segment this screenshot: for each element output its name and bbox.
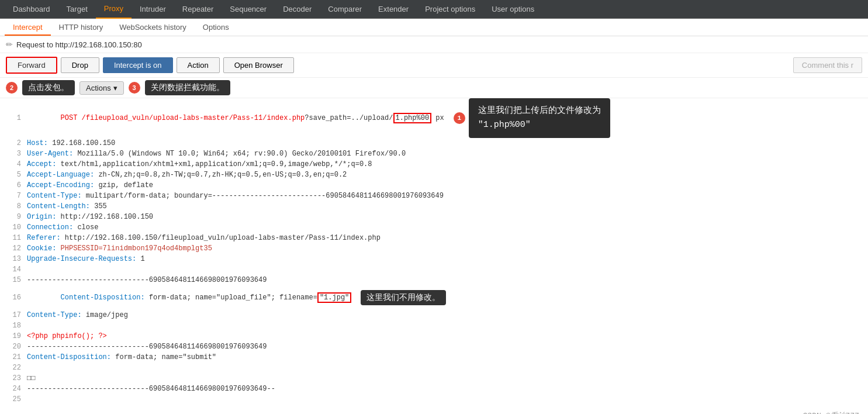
code-line-12: 12 Cookie: PHPSESSID=7linidmbon197q4od4b…	[0, 243, 868, 254]
nav-extender[interactable]: Extender	[370, 0, 417, 19]
actions-overlay-bar: 2 点击发包。 Actions ▾ 3 关闭数据拦截功能。	[0, 78, 868, 98]
tab-websockets-history[interactable]: WebSockets history	[111, 19, 195, 36]
nav-user-options[interactable]: User options	[483, 0, 542, 19]
tab-http-history[interactable]: HTTP history	[51, 19, 112, 36]
comment-button[interactable]: Comment this r	[793, 57, 862, 73]
action-button[interactable]: Action	[177, 57, 220, 73]
nav-sequencer[interactable]: Sequencer	[222, 0, 275, 19]
code-area[interactable]: 1 POST /fileupload_vuln/upload-labs-mast…	[0, 98, 868, 414]
tab-options[interactable]: Options	[195, 19, 237, 36]
tooltip-no-modify: 这里我们不用修改。	[361, 290, 446, 305]
code-line-4: 4 Accept: text/html,application/xhtml+xm…	[0, 159, 868, 170]
tooltip-rename-file: 这里我们把上传后的文件修改为 "1.php%00"	[469, 98, 610, 138]
open-browser-button[interactable]: Open Browser	[223, 57, 294, 73]
code-line-15: 15 -----------------------------69058464…	[0, 275, 868, 285]
code-line-23: 23 □□	[0, 373, 868, 384]
watermark: CSDN @乔治777	[803, 410, 859, 414]
code-line-17: 17 Content-Type: image/jpeg	[0, 310, 868, 320]
forward-button[interactable]: Forward	[6, 57, 57, 74]
sub-navigation: Intercept HTTP history WebSockets histor…	[0, 19, 868, 36]
code-line-1: 1 POST /fileupload_vuln/upload-labs-mast…	[0, 98, 868, 138]
toolbar: Forward Drop Intercept is on Action Open…	[0, 53, 868, 78]
badge-2: 2	[6, 82, 18, 94]
code-line-19: 19 <?php phpinfo(); ?>	[0, 331, 868, 341]
nav-proxy[interactable]: Proxy	[96, 0, 132, 19]
code-line-22: 22	[0, 363, 868, 373]
code-line-14: 14	[0, 264, 868, 275]
tab-intercept[interactable]: Intercept	[5, 19, 51, 36]
code-line-16: 16 Content-Disposition: form-data; name=…	[0, 285, 868, 310]
code-line-3: 3 User-Agent: Mozilla/5.0 (Windows NT 10…	[0, 149, 868, 159]
badge-3: 3	[129, 82, 140, 94]
intercept-on-button[interactable]: Intercept is on	[103, 57, 173, 73]
tooltip-close-intercept: 关闭数据拦截功能。	[145, 80, 230, 95]
pencil-icon: ✏	[6, 40, 13, 49]
nav-intruder[interactable]: Intruder	[132, 0, 174, 19]
code-line-25: 25	[0, 394, 868, 405]
code-line-11: 11 Referer: http://192.168.100.150/fileu…	[0, 233, 868, 243]
line-number-1: 1	[5, 114, 21, 122]
chevron-down-icon: ▾	[113, 84, 117, 92]
code-line-21: 21 Content-Disposition: form-data; name=…	[0, 352, 868, 363]
code-line-6: 6 Accept-Encoding: gzip, deflate	[0, 180, 868, 191]
code-line-7: 7 Content-Type: multipart/form-data; bou…	[0, 191, 868, 201]
badge-1: 1	[454, 112, 465, 124]
annotation-16-container: 这里我们不用修改。	[361, 290, 446, 305]
actions-dropdown-button[interactable]: Actions ▾	[79, 81, 124, 95]
code-line-24: 24 -----------------------------69058464…	[0, 384, 868, 394]
main-area: ✏ Request to http://192.168.100.150:80 F…	[0, 36, 868, 414]
nav-comparer[interactable]: Comparer	[320, 0, 370, 19]
nav-repeater[interactable]: Repeater	[174, 0, 222, 19]
code-line-8: 8 Content-Length: 355	[0, 201, 868, 212]
annotation-1-container: 1 这里我们把上传后的文件修改为 "1.php%00"	[454, 98, 610, 138]
actions-label: Actions	[86, 84, 111, 92]
code-line-9: 9 Origin: http://192.168.100.150	[0, 212, 868, 222]
top-navigation: Dashboard Target Proxy Intruder Repeater…	[0, 0, 868, 19]
line-1-content: POST /fileupload_vuln/upload-labs-master…	[27, 106, 444, 130]
nav-decoder[interactable]: Decoder	[275, 0, 320, 19]
request-url-bar: ✏ Request to http://192.168.100.150:80	[0, 36, 868, 53]
code-line-10: 10 Connection: close	[0, 222, 868, 233]
tooltip-click-send: 点击发包。	[22, 80, 75, 95]
code-line-20: 20 -----------------------------69058464…	[0, 341, 868, 352]
code-line-2: 2 Host: 192.168.100.150	[0, 138, 868, 149]
nav-project-options[interactable]: Project options	[417, 0, 483, 19]
code-line-13: 13 Upgrade-Insecure-Requests: 1	[0, 254, 868, 264]
drop-button[interactable]: Drop	[61, 57, 99, 73]
nav-target[interactable]: Target	[58, 0, 96, 19]
request-url-text: Request to http://192.168.100.150:80	[16, 40, 142, 49]
code-line-18: 18	[0, 320, 868, 331]
code-line-5: 5 Accept-Language: zh-CN,zh;q=0.8,zh-TW;…	[0, 170, 868, 180]
nav-dashboard[interactable]: Dashboard	[5, 0, 58, 19]
